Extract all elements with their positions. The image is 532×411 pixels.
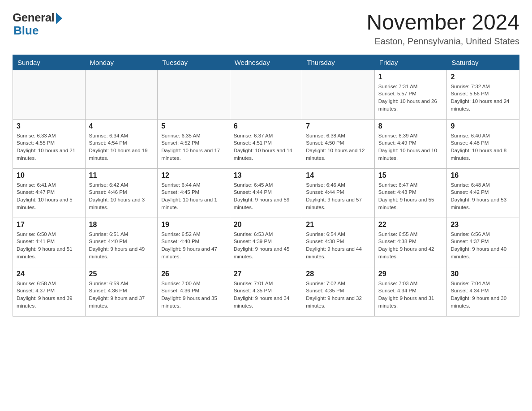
day-number: 4 [89, 122, 154, 130]
day-number: 6 [234, 122, 299, 130]
calendar-cell [85, 70, 158, 119]
day-number: 19 [161, 221, 226, 229]
calendar-cell: 24Sunrise: 6:58 AMSunset: 4:37 PMDayligh… [13, 267, 86, 316]
title-area: November 2024 Easton, Pennsylvania, Unit… [366, 11, 519, 47]
calendar-week-row: 24Sunrise: 6:58 AMSunset: 4:37 PMDayligh… [13, 267, 519, 316]
day-info: Sunrise: 6:48 AMSunset: 4:42 PMDaylight:… [450, 181, 515, 211]
day-number: 12 [161, 171, 226, 180]
calendar-cell: 4Sunrise: 6:34 AMSunset: 4:54 PMDaylight… [85, 119, 158, 168]
day-number: 18 [89, 221, 154, 229]
day-info: Sunrise: 6:37 AMSunset: 4:51 PMDaylight:… [234, 132, 299, 162]
calendar-cell: 17Sunrise: 6:50 AMSunset: 4:41 PMDayligh… [13, 218, 86, 267]
day-number: 10 [17, 171, 82, 180]
calendar-cell: 8Sunrise: 6:39 AMSunset: 4:49 PMDaylight… [374, 119, 447, 168]
weekday-header-saturday: Saturday [447, 55, 519, 70]
day-info: Sunrise: 7:02 AMSunset: 4:35 PMDaylight:… [306, 280, 371, 310]
day-number: 25 [89, 270, 154, 278]
day-number: 24 [17, 270, 82, 278]
weekday-header-thursday: Thursday [302, 55, 375, 70]
day-info: Sunrise: 6:40 AMSunset: 4:48 PMDaylight:… [450, 132, 515, 162]
day-number: 23 [450, 221, 515, 229]
day-info: Sunrise: 6:35 AMSunset: 4:52 PMDaylight:… [161, 132, 226, 162]
calendar-cell: 20Sunrise: 6:53 AMSunset: 4:39 PMDayligh… [230, 218, 302, 267]
day-number: 3 [17, 122, 82, 130]
calendar-cell: 21Sunrise: 6:54 AMSunset: 4:38 PMDayligh… [302, 218, 375, 267]
logo: General Blue [13, 11, 62, 38]
weekday-header-tuesday: Tuesday [158, 55, 230, 70]
calendar-cell: 5Sunrise: 6:35 AMSunset: 4:52 PMDaylight… [158, 119, 230, 168]
day-info: Sunrise: 7:00 AMSunset: 4:36 PMDaylight:… [161, 280, 226, 310]
calendar-cell [158, 70, 230, 119]
calendar-cell: 16Sunrise: 6:48 AMSunset: 4:42 PMDayligh… [447, 168, 519, 218]
day-number: 1 [378, 73, 443, 81]
calendar-cell: 9Sunrise: 6:40 AMSunset: 4:48 PMDaylight… [447, 119, 519, 168]
day-info: Sunrise: 6:47 AMSunset: 4:43 PMDaylight:… [378, 181, 443, 211]
day-info: Sunrise: 6:56 AMSunset: 4:37 PMDaylight:… [450, 231, 515, 261]
calendar-cell: 12Sunrise: 6:44 AMSunset: 4:45 PMDayligh… [158, 168, 230, 218]
calendar-cell: 27Sunrise: 7:01 AMSunset: 4:35 PMDayligh… [230, 267, 302, 316]
day-number: 5 [161, 122, 226, 130]
calendar-cell: 10Sunrise: 6:41 AMSunset: 4:47 PMDayligh… [13, 168, 86, 218]
day-number: 2 [450, 73, 515, 81]
day-number: 8 [378, 122, 443, 130]
location-title: Easton, Pennsylvania, United States [366, 36, 519, 47]
day-number: 22 [378, 221, 443, 229]
day-number: 9 [450, 122, 515, 130]
day-number: 11 [89, 171, 154, 180]
day-info: Sunrise: 7:01 AMSunset: 4:35 PMDaylight:… [234, 280, 299, 310]
day-number: 26 [161, 270, 226, 278]
calendar-table: SundayMondayTuesdayWednesdayThursdayFrid… [13, 55, 519, 317]
day-info: Sunrise: 6:34 AMSunset: 4:54 PMDaylight:… [89, 132, 154, 162]
calendar-cell [302, 70, 375, 119]
calendar-cell: 2Sunrise: 7:32 AMSunset: 5:56 PMDaylight… [447, 70, 519, 119]
calendar-cell: 6Sunrise: 6:37 AMSunset: 4:51 PMDaylight… [230, 119, 302, 168]
day-info: Sunrise: 6:50 AMSunset: 4:41 PMDaylight:… [17, 231, 82, 261]
day-number: 13 [234, 171, 299, 180]
calendar-week-row: 1Sunrise: 7:31 AMSunset: 5:57 PMDaylight… [13, 70, 519, 119]
month-title: November 2024 [366, 11, 519, 34]
calendar-cell: 15Sunrise: 6:47 AMSunset: 4:43 PMDayligh… [374, 168, 447, 218]
calendar-cell: 22Sunrise: 6:55 AMSunset: 4:38 PMDayligh… [374, 218, 447, 267]
day-number: 20 [234, 221, 299, 229]
day-info: Sunrise: 6:53 AMSunset: 4:39 PMDaylight:… [234, 231, 299, 261]
day-info: Sunrise: 7:04 AMSunset: 4:34 PMDaylight:… [450, 280, 515, 310]
calendar-cell: 28Sunrise: 7:02 AMSunset: 4:35 PMDayligh… [302, 267, 375, 316]
day-info: Sunrise: 6:44 AMSunset: 4:45 PMDaylight:… [161, 181, 226, 211]
weekday-header-sunday: Sunday [13, 55, 86, 70]
day-info: Sunrise: 6:41 AMSunset: 4:47 PMDaylight:… [17, 181, 82, 211]
day-number: 17 [17, 221, 82, 229]
day-number: 29 [378, 270, 443, 278]
day-info: Sunrise: 6:46 AMSunset: 4:44 PMDaylight:… [306, 181, 371, 211]
calendar-cell: 25Sunrise: 6:59 AMSunset: 4:36 PMDayligh… [85, 267, 158, 316]
day-info: Sunrise: 6:55 AMSunset: 4:38 PMDaylight:… [378, 231, 443, 261]
day-info: Sunrise: 6:33 AMSunset: 4:55 PMDaylight:… [17, 132, 82, 162]
day-info: Sunrise: 6:42 AMSunset: 4:46 PMDaylight:… [89, 181, 154, 211]
day-info: Sunrise: 6:52 AMSunset: 4:40 PMDaylight:… [161, 231, 226, 261]
day-number: 27 [234, 270, 299, 278]
day-info: Sunrise: 6:54 AMSunset: 4:38 PMDaylight:… [306, 231, 371, 261]
day-number: 30 [450, 270, 515, 278]
logo-general-text: General [13, 11, 54, 25]
day-number: 21 [306, 221, 371, 229]
calendar-cell: 11Sunrise: 6:42 AMSunset: 4:46 PMDayligh… [85, 168, 158, 218]
calendar-cell: 30Sunrise: 7:04 AMSunset: 4:34 PMDayligh… [447, 267, 519, 316]
calendar-cell: 7Sunrise: 6:38 AMSunset: 4:50 PMDaylight… [302, 119, 375, 168]
calendar-cell: 23Sunrise: 6:56 AMSunset: 4:37 PMDayligh… [447, 218, 519, 267]
day-info: Sunrise: 6:59 AMSunset: 4:36 PMDaylight:… [89, 280, 154, 310]
day-info: Sunrise: 6:45 AMSunset: 4:44 PMDaylight:… [234, 181, 299, 211]
calendar-cell: 3Sunrise: 6:33 AMSunset: 4:55 PMDaylight… [13, 119, 86, 168]
calendar-cell: 18Sunrise: 6:51 AMSunset: 4:40 PMDayligh… [85, 218, 158, 267]
day-number: 14 [306, 171, 371, 180]
day-info: Sunrise: 6:51 AMSunset: 4:40 PMDaylight:… [89, 231, 154, 261]
calendar-cell [230, 70, 302, 119]
logo-arrow-icon [56, 13, 62, 24]
day-info: Sunrise: 7:32 AMSunset: 5:56 PMDaylight:… [450, 83, 515, 113]
calendar-cell: 26Sunrise: 7:00 AMSunset: 4:36 PMDayligh… [158, 267, 230, 316]
calendar-cell: 13Sunrise: 6:45 AMSunset: 4:44 PMDayligh… [230, 168, 302, 218]
day-info: Sunrise: 6:38 AMSunset: 4:50 PMDaylight:… [306, 132, 371, 162]
calendar-cell [13, 70, 86, 119]
weekday-header-friday: Friday [374, 55, 447, 70]
day-number: 7 [306, 122, 371, 130]
calendar-week-row: 10Sunrise: 6:41 AMSunset: 4:47 PMDayligh… [13, 168, 519, 218]
calendar-week-row: 17Sunrise: 6:50 AMSunset: 4:41 PMDayligh… [13, 218, 519, 267]
